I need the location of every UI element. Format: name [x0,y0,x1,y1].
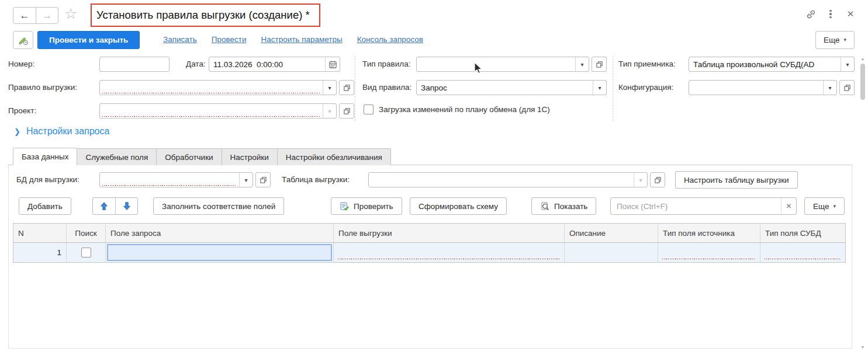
post-and-close-button[interactable]: Провести и закрыть [37,31,140,49]
tab-anonymization-settings[interactable]: Настройки обезличивания [277,148,391,165]
row-description-cell[interactable] [565,243,658,262]
export-rule-field[interactable]: ▾ [99,80,337,95]
column-header-n[interactable]: N [13,224,67,242]
exchange-plan-checkbox-label: Загрузка изменений по плану обмена (для … [379,105,550,114]
add-button[interactable]: Добавить [19,197,71,215]
configure-export-table-button[interactable]: Настроить таблицу выгрузки [675,171,798,189]
title-annotation-box: Установить правила выгрузки (создание) * [91,4,320,27]
export-db-label: БД для выгрузки: [16,175,79,184]
row-query-field-cell[interactable] [106,243,334,262]
export-table-label: Таблица выгрузки: [282,175,350,184]
column-header-description[interactable]: Описание [565,224,658,242]
forward-arrow-icon: → [42,10,52,22]
search-clear-button[interactable]: ✕ [781,198,796,214]
number-field[interactable] [99,57,170,72]
project-field[interactable]: ▾ [99,103,337,119]
chevron-down-icon: ▾ [328,108,331,114]
chevron-down-icon: ▾ [846,61,849,68]
page-title: Установить правила выгрузки (создание) * [96,9,310,22]
query-console-link[interactable]: Консоль запросов [357,35,423,44]
query-settings-section-toggle[interactable]: ❯ Настройки запроса [14,126,109,137]
show-button[interactable]: Показать [531,197,596,215]
field-mapping-table: N Поиск Поле запроса Поле выгрузки Описа… [13,223,846,263]
kebab-menu-icon[interactable] [825,8,836,20]
move-row-buttons [92,197,138,215]
row-export-field-cell[interactable] [334,243,565,262]
toolbar: Провести и закрыть Записать Провести Нас… [0,31,868,51]
row-number-cell[interactable]: 1 [13,243,67,262]
project-open-button[interactable] [339,103,354,119]
rule-type-dropdown-button[interactable]: ▾ [575,57,589,71]
chevron-down-icon: ▾ [833,204,836,209]
configure-parameters-link[interactable]: Настроить параметры [261,35,342,44]
date-field[interactable]: 11.03.2026 0:00:00 [209,57,340,72]
scroll-up-button[interactable]: ▲ [859,55,866,61]
export-db-dropdown-button[interactable]: ▾ [239,173,253,187]
post-document-icon-button[interactable] [13,31,33,49]
project-combo-group: ▾ [99,103,354,119]
toolbar-links: Записать Провести Настроить параметры Ко… [163,35,423,44]
post-link[interactable]: Провести [212,35,247,44]
rule-kind-dropdown-button[interactable]: ▾ [593,81,606,95]
favorite-star-icon[interactable]: ☆ [64,6,77,21]
forward-button[interactable]: → [36,8,58,23]
calendar-button[interactable] [325,57,340,71]
project-dropdown-button[interactable]: ▾ [323,104,336,118]
configuration-open-button[interactable] [839,80,855,95]
vertical-scrollbar: ▲ ▼ [859,55,866,350]
clear-x-icon: ✕ [786,202,791,210]
tab-settings[interactable]: Настройки [222,148,278,165]
move-up-button[interactable] [93,198,115,214]
close-icon[interactable]: ✕ [845,8,856,20]
write-link[interactable]: Записать [163,35,197,44]
export-db-field[interactable]: ▾ [99,172,253,187]
history-nav: ← → [13,7,58,24]
receiver-type-field[interactable]: Таблица произвольной СУБД(AD ▾ [689,57,855,72]
column-header-db-field-type[interactable]: Тип поля СУБД [760,224,845,242]
scrollbar-thumb[interactable] [860,64,865,100]
link-icon[interactable] [805,8,817,20]
scroll-down-button[interactable]: ▼ [859,344,866,350]
check-button[interactable]: Проверить [331,197,402,215]
receiver-type-dropdown-button[interactable]: ▾ [841,57,854,71]
rule-type-field[interactable]: ▾ [416,57,589,72]
export-db-open-button[interactable] [255,172,271,187]
configuration-dropdown-button[interactable]: ▾ [823,81,836,95]
tab-service-fields[interactable]: Служебные поля [77,148,157,165]
row-search-checkbox[interactable] [81,248,91,257]
open-list-icon [343,84,351,92]
configuration-field[interactable]: ▾ [689,80,837,95]
build-schema-button[interactable]: Сформировать схему [410,197,507,215]
export-table-dropdown-button[interactable]: ▾ [634,173,647,187]
grid-more-button[interactable]: Еще ▾ [804,197,845,215]
export-table-open-button[interactable] [650,172,665,187]
configuration-combo-group: ▾ [689,80,855,95]
fill-field-mapping-button[interactable]: Заполнить соответствие полей [153,197,284,215]
chevron-down-icon: ▾ [639,177,642,183]
move-down-button[interactable] [115,198,137,214]
column-header-source-field-type[interactable]: Тип поля источника [658,224,760,242]
search-input[interactable] [611,198,781,214]
tab-handlers[interactable]: Обработчики [156,148,222,165]
column-header-export-field[interactable]: Поле выгрузки [334,224,565,242]
column-header-query-field[interactable]: Поле запроса [106,224,334,242]
exchange-plan-checkbox[interactable] [364,105,374,114]
export-table-field[interactable]: ▾ [368,172,648,187]
column-header-search[interactable]: Поиск [67,224,106,242]
receiver-type-label: Тип приемника: [618,60,676,68]
export-db-combo-group: ▾ [99,172,271,187]
row-source-field-type-cell[interactable] [658,243,760,262]
mouse-cursor [472,62,483,75]
back-button[interactable]: ← [13,8,36,23]
tab-database[interactable]: База данных [13,148,77,165]
open-list-icon [343,107,351,115]
open-list-icon [260,176,267,184]
export-rule-dropdown-button[interactable]: ▾ [323,81,336,95]
rule-kind-field[interactable]: Запрос ▾ [416,80,607,95]
rule-type-open-button[interactable] [592,57,607,72]
chevron-down-icon: ▾ [843,37,846,43]
more-label: Еще [813,202,829,211]
export-rule-open-button[interactable] [339,80,354,95]
row-db-field-type-cell[interactable] [760,243,845,262]
toolbar-more-button[interactable]: Еще ▾ [815,31,855,49]
